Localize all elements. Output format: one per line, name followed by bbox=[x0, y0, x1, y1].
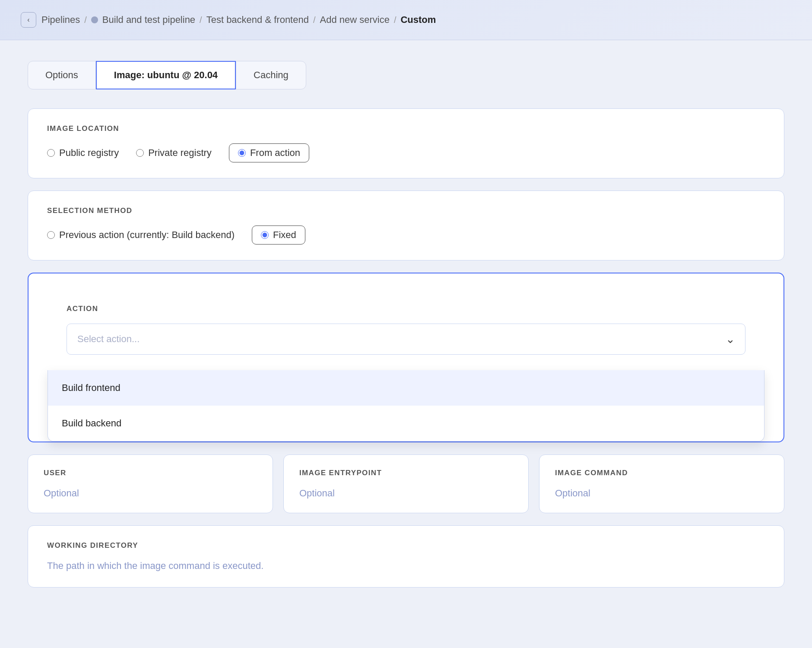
image-location-card: IMAGE LOCATION Public registry Private r… bbox=[28, 108, 784, 178]
action-section-label: ACTION bbox=[67, 305, 745, 313]
option-previous-action[interactable]: Previous action (currently: Build backen… bbox=[47, 229, 235, 241]
selection-method-label: SELECTION METHOD bbox=[47, 206, 765, 215]
image-entrypoint-label: IMAGE ENTRYPOINT bbox=[299, 469, 513, 477]
previous-action-label: Previous action (currently: Build backen… bbox=[59, 229, 235, 241]
main-content: Options Image: ubuntu @ 20.04 Caching IM… bbox=[0, 40, 812, 648]
action-dropdown-menu: Build frontend Build backend bbox=[48, 370, 764, 442]
image-command-label: IMAGE COMMAND bbox=[555, 469, 768, 477]
breadcrumb-test-backend[interactable]: Test backend & frontend bbox=[206, 14, 309, 25]
image-location-label: IMAGE LOCATION bbox=[47, 124, 765, 133]
working-directory-label: WORKING DIRECTORY bbox=[47, 541, 765, 550]
private-registry-label: Private registry bbox=[148, 147, 212, 159]
working-directory-input[interactable]: The path in which the image command is e… bbox=[47, 560, 765, 572]
user-field-card: USER Optional bbox=[28, 454, 273, 513]
breadcrumb: Pipelines / Build and test pipeline / Te… bbox=[41, 14, 436, 25]
radio-fixed[interactable] bbox=[261, 231, 269, 239]
selection-method-options: Previous action (currently: Build backen… bbox=[47, 226, 765, 245]
action-select-placeholder: Select action... bbox=[77, 334, 140, 344]
breadcrumb-add-service[interactable]: Add new service bbox=[320, 14, 390, 25]
three-column-section: USER Optional IMAGE ENTRYPOINT Optional … bbox=[28, 454, 784, 513]
user-field-label: USER bbox=[44, 469, 257, 477]
image-command-input[interactable]: Optional bbox=[555, 488, 768, 499]
breadcrumb-custom: Custom bbox=[400, 14, 436, 25]
radio-private-registry[interactable] bbox=[136, 149, 144, 157]
user-field-input[interactable]: Optional bbox=[44, 488, 257, 499]
tab-image[interactable]: Image: ubuntu @ 20.04 bbox=[96, 61, 236, 89]
selection-method-card: SELECTION METHOD Previous action (curren… bbox=[28, 191, 784, 260]
breadcrumb-sep-4: / bbox=[394, 15, 396, 25]
option-private-registry[interactable]: Private registry bbox=[136, 147, 212, 159]
dropdown-item-build-backend[interactable]: Build backend bbox=[48, 406, 764, 441]
option-public-registry[interactable]: Public registry bbox=[47, 147, 119, 159]
header: ‹ Pipelines / Build and test pipeline / … bbox=[0, 0, 812, 40]
dropdown-item-build-frontend[interactable]: Build frontend bbox=[48, 370, 764, 406]
action-select-wrapper: Select action... bbox=[67, 324, 745, 355]
action-section-inner: ACTION Select action... bbox=[48, 289, 764, 370]
action-select[interactable]: Select action... bbox=[67, 324, 745, 355]
radio-from-action[interactable] bbox=[238, 149, 246, 157]
breadcrumb-pipelines[interactable]: Pipelines bbox=[41, 14, 80, 25]
breadcrumb-sep-1: / bbox=[84, 15, 87, 25]
breadcrumb-sep-2: / bbox=[200, 15, 202, 25]
fixed-label: Fixed bbox=[273, 229, 296, 241]
pipeline-status-dot bbox=[91, 16, 98, 23]
option-fixed[interactable]: Fixed bbox=[252, 226, 305, 245]
public-registry-label: Public registry bbox=[59, 147, 119, 159]
image-entrypoint-input[interactable]: Optional bbox=[299, 488, 513, 499]
image-location-options: Public registry Private registry From ac… bbox=[47, 143, 765, 162]
from-action-label: From action bbox=[250, 147, 300, 159]
radio-public-registry[interactable] bbox=[47, 149, 55, 157]
image-entrypoint-card: IMAGE ENTRYPOINT Optional bbox=[283, 454, 529, 513]
radio-previous-action[interactable] bbox=[47, 231, 55, 239]
image-command-card: IMAGE COMMAND Optional bbox=[539, 454, 784, 513]
tabs-bar: Options Image: ubuntu @ 20.04 Caching bbox=[28, 61, 784, 89]
tab-caching[interactable]: Caching bbox=[236, 61, 306, 89]
working-directory-card: WORKING DIRECTORY The path in which the … bbox=[28, 525, 784, 588]
back-icon: ‹ bbox=[27, 16, 29, 24]
breadcrumb-pipeline-name[interactable]: Build and test pipeline bbox=[102, 14, 195, 25]
option-from-action[interactable]: From action bbox=[229, 143, 309, 162]
tab-options[interactable]: Options bbox=[28, 61, 96, 89]
action-card: ACTION Select action... Build frontend B… bbox=[28, 273, 784, 442]
back-button[interactable]: ‹ bbox=[21, 12, 36, 28]
breadcrumb-sep-3: / bbox=[313, 15, 316, 25]
